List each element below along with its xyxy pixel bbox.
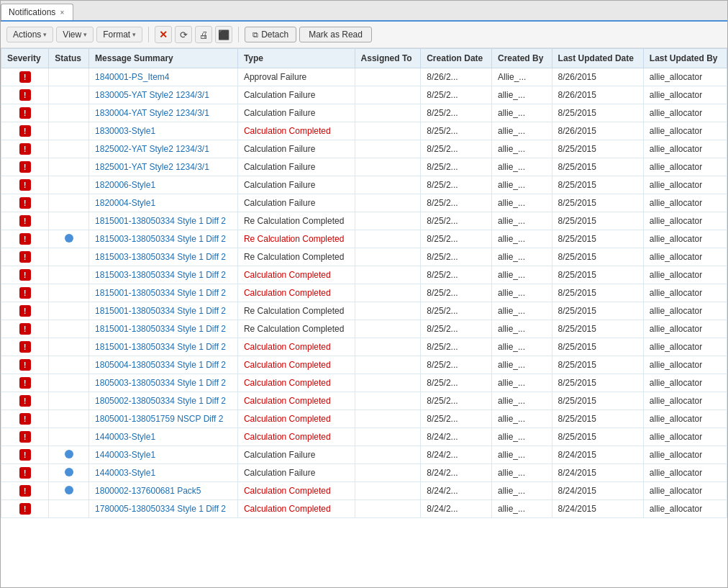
export-button[interactable]: ⬛ — [215, 26, 232, 43]
message-link[interactable]: 1815001-138050334 Style 1 Diff 2 — [95, 342, 226, 352]
cell-status — [49, 176, 89, 194]
table-row[interactable]: !1830003-Style1Calculation Completed8/25… — [1, 122, 727, 140]
cell-message[interactable]: 1815003-138050334 Style 1 Diff 2 — [89, 248, 238, 266]
cell-message[interactable]: 1440003-Style1 — [89, 428, 238, 446]
message-link[interactable]: 1440003-Style1 — [95, 432, 155, 442]
message-link[interactable]: 1440003-Style1 — [95, 450, 155, 460]
message-link[interactable]: 1820006-Style1 — [95, 180, 155, 190]
cell-message[interactable]: 1815001-138050334 Style 1 Diff 2 — [89, 284, 238, 302]
message-link[interactable]: 1805003-138050334 Style 1 Diff 2 — [95, 378, 226, 388]
cell-message[interactable]: 1820004-Style1 — [89, 194, 238, 212]
table-row[interactable]: !1840001-PS_Item4Approval Failure8/26/2.… — [1, 68, 727, 86]
col-header-status[interactable]: Status — [49, 49, 89, 68]
cell-message[interactable]: 1830003-Style1 — [89, 122, 238, 140]
message-link[interactable]: 1825001-YAT Style2 1234/3/1 — [95, 162, 209, 172]
message-link[interactable]: 1840001-PS_Item4 — [95, 72, 169, 82]
message-link[interactable]: 1825002-YAT Style2 1234/3/1 — [95, 144, 209, 154]
cell-message[interactable]: 1815001-138050334 Style 1 Diff 2 — [89, 302, 238, 320]
table-row[interactable]: !1830004-YAT Style2 1234/3/1Calculation … — [1, 104, 727, 122]
message-link[interactable]: 1815001-138050334 Style 1 Diff 2 — [95, 324, 226, 334]
severity-high-icon: ! — [19, 413, 31, 425]
message-link[interactable]: 1830003-Style1 — [95, 126, 155, 136]
format-button[interactable]: Format ▾ — [96, 27, 142, 42]
table-row[interactable]: !1805002-138050334 Style 1 Diff 2Calcula… — [1, 392, 727, 410]
cell-message[interactable]: 1440003-Style1 — [89, 446, 238, 464]
col-header-created-by[interactable]: Created By — [492, 49, 552, 68]
table-row[interactable]: !1815001-138050334 Style 1 Diff 2Re Calc… — [1, 212, 727, 230]
message-link[interactable]: 1805004-138050334 Style 1 Diff 2 — [95, 360, 226, 370]
cell-message[interactable]: 1805002-138050334 Style 1 Diff 2 — [89, 392, 238, 410]
tab-close-button[interactable]: × — [58, 9, 65, 17]
cell-message[interactable]: 1780005-138050334 Style 1 Diff 2 — [89, 500, 238, 518]
table-row[interactable]: !1805003-138050334 Style 1 Diff 2Calcula… — [1, 374, 727, 392]
cell-message[interactable]: 1815003-138050334 Style 1 Diff 2 — [89, 230, 238, 248]
cell-message[interactable]: 1805004-138050334 Style 1 Diff 2 — [89, 356, 238, 374]
message-link[interactable]: 1815001-138050334 Style 1 Diff 2 — [95, 288, 226, 298]
cell-message[interactable]: 1820006-Style1 — [89, 176, 238, 194]
table-row[interactable]: !1440003-Style1Calculation Failure8/24/2… — [1, 464, 727, 482]
message-link[interactable]: 1820004-Style1 — [95, 198, 155, 208]
cell-message[interactable]: 1815001-138050334 Style 1 Diff 2 — [89, 338, 238, 356]
table-row[interactable]: !1815001-138050334 Style 1 Diff 2Calcula… — [1, 284, 727, 302]
table-row[interactable]: !1830005-YAT Style2 1234/3/1Calculation … — [1, 86, 727, 104]
cell-message[interactable]: 1800002-137600681 Pack5 — [89, 482, 238, 500]
cell-message[interactable]: 1815001-138050334 Style 1 Diff 2 — [89, 320, 238, 338]
col-header-type[interactable]: Type — [237, 49, 355, 68]
cell-message[interactable]: 1830004-YAT Style2 1234/3/1 — [89, 104, 238, 122]
message-link[interactable]: 1815001-138050334 Style 1 Diff 2 — [95, 216, 226, 226]
table-row[interactable]: !1805001-138051759 NSCP Diff 2Calculatio… — [1, 410, 727, 428]
message-link[interactable]: 1800002-137600681 Pack5 — [95, 486, 201, 496]
col-header-last-updated-by[interactable]: Last Updated By — [643, 49, 727, 68]
table-row[interactable]: !1815003-138050334 Style 1 Diff 2Re Calc… — [1, 230, 727, 248]
col-header-severity[interactable]: Severity — [1, 49, 49, 68]
table-row[interactable]: !1825002-YAT Style2 1234/3/1Calculation … — [1, 140, 727, 158]
cell-message[interactable]: 1830005-YAT Style2 1234/3/1 — [89, 86, 238, 104]
cell-message[interactable]: 1440003-Style1 — [89, 464, 238, 482]
col-header-creation-date[interactable]: Creation Date — [421, 49, 492, 68]
table-row[interactable]: !1820004-Style1Calculation Failure8/25/2… — [1, 194, 727, 212]
cell-message[interactable]: 1825001-YAT Style2 1234/3/1 — [89, 158, 238, 176]
delete-button[interactable]: ✕ — [155, 26, 172, 43]
table-row[interactable]: !1805004-138050334 Style 1 Diff 2Calcula… — [1, 356, 727, 374]
message-link[interactable]: 1815001-138050334 Style 1 Diff 2 — [95, 306, 226, 316]
cell-message[interactable]: 1825002-YAT Style2 1234/3/1 — [89, 140, 238, 158]
message-link[interactable]: 1805001-138051759 NSCP Diff 2 — [95, 414, 223, 424]
table-row[interactable]: !1815001-138050334 Style 1 Diff 2Re Calc… — [1, 320, 727, 338]
cell-message[interactable]: 1805003-138050334 Style 1 Diff 2 — [89, 374, 238, 392]
cell-assigned-to — [355, 86, 421, 104]
actions-button[interactable]: Actions ▾ — [6, 27, 53, 42]
view-button[interactable]: View ▾ — [56, 27, 94, 42]
table-row[interactable]: !1815003-138050334 Style 1 Diff 2Calcula… — [1, 266, 727, 284]
col-header-last-updated-date[interactable]: Last Updated Date — [552, 49, 643, 68]
mark-as-read-button[interactable]: Mark as Read — [299, 27, 372, 42]
table-row[interactable]: !1815001-138050334 Style 1 Diff 2Re Calc… — [1, 302, 727, 320]
print-button[interactable]: 🖨 — [195, 26, 212, 43]
table-row[interactable]: !1440003-Style1Calculation Failure8/24/2… — [1, 446, 727, 464]
cell-message[interactable]: 1815001-138050334 Style 1 Diff 2 — [89, 212, 238, 230]
cell-message[interactable]: 1805001-138051759 NSCP Diff 2 — [89, 410, 238, 428]
message-link[interactable]: 1780005-138050334 Style 1 Diff 2 — [95, 504, 226, 514]
table-row[interactable]: !1800002-137600681 Pack5Calculation Comp… — [1, 482, 727, 500]
message-link[interactable]: 1805002-138050334 Style 1 Diff 2 — [95, 396, 226, 406]
col-header-message[interactable]: Message Summary — [89, 49, 238, 68]
message-link[interactable]: 1830004-YAT Style2 1234/3/1 — [95, 108, 209, 118]
message-link[interactable]: 1815003-138050334 Style 1 Diff 2 — [95, 252, 226, 262]
message-link[interactable]: 1815003-138050334 Style 1 Diff 2 — [95, 234, 226, 244]
cell-assigned-to — [355, 464, 421, 482]
detach-button[interactable]: ⧉ Detach — [245, 27, 296, 42]
notifications-tab[interactable]: Notifications × — [1, 4, 73, 20]
table-row[interactable]: !1440003-Style1Calculation Completed8/24… — [1, 428, 727, 446]
table-row[interactable]: !1820006-Style1Calculation Failure8/25/2… — [1, 176, 727, 194]
col-header-assigned-to[interactable]: Assigned To — [355, 49, 421, 68]
table-row[interactable]: !1780005-138050334 Style 1 Diff 2Calcula… — [1, 500, 727, 518]
table-row[interactable]: !1815001-138050334 Style 1 Diff 2Calcula… — [1, 338, 727, 356]
message-link[interactable]: 1830005-YAT Style2 1234/3/1 — [95, 90, 209, 100]
message-link[interactable]: 1815003-138050334 Style 1 Diff 2 — [95, 270, 226, 280]
severity-high-icon: ! — [19, 323, 31, 335]
message-link[interactable]: 1440003-Style1 — [95, 468, 155, 478]
table-row[interactable]: !1815003-138050334 Style 1 Diff 2Re Calc… — [1, 248, 727, 266]
cell-message[interactable]: 1840001-PS_Item4 — [89, 68, 238, 86]
cell-message[interactable]: 1815003-138050334 Style 1 Diff 2 — [89, 266, 238, 284]
table-row[interactable]: !1825001-YAT Style2 1234/3/1Calculation … — [1, 158, 727, 176]
refresh-button[interactable]: ⟳ — [175, 26, 192, 43]
